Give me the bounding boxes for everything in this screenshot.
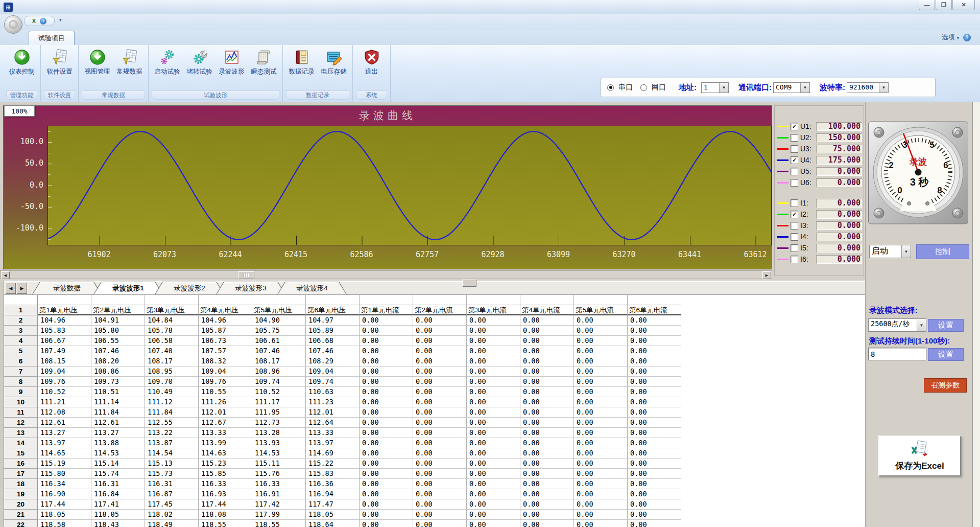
ribbon-button-stall-test[interactable]: 堵转试验 xyxy=(183,46,216,88)
cell[interactable]: 115.11 xyxy=(252,459,306,469)
column-header[interactable]: 第4单元电流 xyxy=(520,305,574,315)
chevron-down-icon[interactable]: ▼ xyxy=(719,83,728,93)
column-header[interactable]: 第5单元电压 xyxy=(252,305,306,315)
cell[interactable]: 115.14 xyxy=(91,459,145,469)
cell[interactable]: 111.21 xyxy=(38,397,91,407)
chevron-down-icon[interactable]: ▼ xyxy=(800,83,809,93)
cell[interactable]: 0.00 xyxy=(574,377,628,387)
cell[interactable]: 107.46 xyxy=(91,346,145,356)
cell[interactable]: 110.49 xyxy=(145,387,199,397)
cell[interactable]: 0.00 xyxy=(628,377,681,387)
cell[interactable]: 0.00 xyxy=(628,336,681,346)
chart-h-scrollbar[interactable]: ◀ ▶ xyxy=(0,270,772,279)
column-header[interactable]: 第1单元电压 xyxy=(38,305,91,315)
cell[interactable]: 0.00 xyxy=(467,346,520,356)
cell[interactable]: 107.46 xyxy=(306,346,360,356)
cell[interactable]: 0.00 xyxy=(520,377,574,387)
cell[interactable]: 0.00 xyxy=(520,346,574,356)
u3-checkbox[interactable] xyxy=(791,145,798,153)
cell[interactable]: 0.00 xyxy=(413,520,467,527)
cell[interactable]: 0.00 xyxy=(628,459,681,469)
cell[interactable]: 0.00 xyxy=(520,397,574,407)
cell[interactable]: 109.76 xyxy=(199,377,252,387)
comm-port-dropdown[interactable]: COM9 ▼ xyxy=(773,82,810,93)
cell[interactable]: 108.95 xyxy=(145,366,199,377)
cell[interactable]: 0.00 xyxy=(360,469,413,479)
ribbon-button-transient-test[interactable]: 瞬态测试 xyxy=(248,46,280,88)
cell[interactable]: 110.63 xyxy=(306,387,360,397)
cell[interactable]: 115.83 xyxy=(306,469,360,479)
cell[interactable]: 0.00 xyxy=(360,356,413,366)
cell[interactable]: 0.00 xyxy=(574,346,628,356)
row-number[interactable]: 14 xyxy=(4,438,38,448)
cell[interactable]: 111.95 xyxy=(252,407,306,418)
cell[interactable]: 0.00 xyxy=(520,387,574,397)
cell[interactable]: 104.91 xyxy=(91,315,145,326)
row-number[interactable]: 12 xyxy=(4,418,38,428)
cell[interactable]: 112.64 xyxy=(306,418,360,428)
help-icon[interactable]: ? xyxy=(40,17,46,25)
close-button[interactable]: ✕ xyxy=(952,0,975,10)
cell[interactable]: 0.00 xyxy=(467,459,520,469)
row-number[interactable]: 15 xyxy=(4,448,38,459)
cell[interactable]: 0.00 xyxy=(520,407,574,418)
scrollbar-thumb[interactable] xyxy=(238,271,254,279)
cell[interactable]: 0.00 xyxy=(520,418,574,428)
cell[interactable]: 0.00 xyxy=(413,418,467,428)
cell[interactable]: 111.14 xyxy=(91,397,145,407)
cell[interactable]: 104.96 xyxy=(38,315,91,326)
cell[interactable]: 106.73 xyxy=(199,336,252,346)
cell[interactable]: 105.83 xyxy=(38,326,91,336)
cell[interactable]: 0.00 xyxy=(413,315,467,326)
cell[interactable]: 113.97 xyxy=(38,438,91,448)
cell[interactable]: 0.00 xyxy=(413,407,467,418)
cell[interactable]: 0.00 xyxy=(574,510,628,520)
cell[interactable]: 0.00 xyxy=(467,356,520,366)
ribbon-button-exit[interactable]: 退出 xyxy=(355,46,388,88)
cell[interactable]: 0.00 xyxy=(360,520,413,527)
serial-radio[interactable] xyxy=(607,84,614,91)
cell[interactable]: 106.67 xyxy=(38,336,91,346)
u1-checkbox[interactable]: ✓ xyxy=(791,123,798,130)
cell[interactable]: 0.00 xyxy=(520,336,574,346)
cell[interactable]: 0.00 xyxy=(360,510,413,520)
cell[interactable]: 115.85 xyxy=(199,469,252,479)
cell[interactable]: 0.00 xyxy=(628,366,681,377)
excel-icon[interactable]: X xyxy=(32,18,36,24)
cell[interactable]: 0.00 xyxy=(467,326,520,336)
duration-set-button[interactable]: 设置 xyxy=(928,348,964,361)
cell[interactable]: 0.00 xyxy=(467,479,520,489)
cell[interactable]: 0.00 xyxy=(520,479,574,489)
cell[interactable]: 112.01 xyxy=(199,407,252,418)
row-number[interactable]: 5 xyxy=(4,346,38,356)
cell[interactable]: 0.00 xyxy=(520,366,574,377)
cell[interactable]: 113.97 xyxy=(306,438,360,448)
cell[interactable]: 0.00 xyxy=(520,428,574,438)
minimize-button[interactable]: — xyxy=(919,0,935,10)
chevron-down-icon[interactable]: ▼ xyxy=(901,245,911,258)
cell[interactable]: 0.00 xyxy=(413,428,467,438)
cell[interactable]: 0.00 xyxy=(467,499,520,510)
cell[interactable]: 115.22 xyxy=(306,459,360,469)
u2-checkbox[interactable] xyxy=(791,134,798,142)
cell[interactable]: 118.02 xyxy=(145,510,199,520)
cell[interactable]: 112.08 xyxy=(38,407,91,418)
cell[interactable]: 116.94 xyxy=(306,489,360,499)
ribbon-button-start-test[interactable]: 启动试验 xyxy=(151,46,183,88)
cell[interactable]: 0.00 xyxy=(467,469,520,479)
cell[interactable]: 0.00 xyxy=(360,459,413,469)
column-header[interactable]: 第6单元电流 xyxy=(628,305,681,315)
cell[interactable]: 0.00 xyxy=(520,489,574,499)
sheet-tab-wave4[interactable]: 录波波形4 xyxy=(277,282,347,294)
cell[interactable]: 108.20 xyxy=(91,356,145,366)
cell[interactable]: 115.19 xyxy=(38,459,91,469)
scroll-right-icon[interactable]: ▶ xyxy=(762,271,771,279)
cell[interactable]: 116.33 xyxy=(199,479,252,489)
cell[interactable]: 0.00 xyxy=(628,489,681,499)
u6-checkbox[interactable] xyxy=(791,179,798,187)
cell[interactable]: 0.00 xyxy=(574,469,628,479)
cell[interactable]: 0.00 xyxy=(574,336,628,346)
cell[interactable]: 118.05 xyxy=(91,510,145,520)
cell[interactable]: 118.55 xyxy=(252,520,306,527)
cell[interactable]: 115.76 xyxy=(252,469,306,479)
